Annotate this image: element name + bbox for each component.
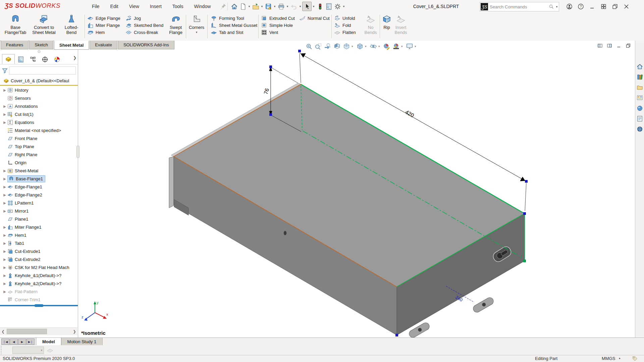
tree-item-right-plane[interactable]: Right Plane	[0, 150, 78, 159]
configurationmanager-tab[interactable]	[27, 55, 39, 64]
no-bends-button[interactable]: No Bends	[363, 14, 378, 35]
extruded-cut-button[interactable]: Extruded Cut	[261, 15, 295, 22]
tree-item-flat-pattern[interactable]: ▶Flat-Pattern	[0, 287, 78, 296]
select-dropdown[interactable]: ▾	[312, 5, 316, 8]
tree-item-miter-flange1[interactable]: ▶Miter Flange1	[0, 223, 78, 231]
miter-flange-button[interactable]: Miter Flange	[87, 22, 120, 29]
user-account-icon[interactable]	[564, 1, 574, 11]
view-palette-icon[interactable]	[636, 94, 643, 101]
displaymanager-tab[interactable]	[51, 55, 63, 64]
sheet-metal-gusset-button[interactable]: Sheet Metal Gusset	[211, 22, 257, 29]
home-button[interactable]	[230, 2, 238, 11]
tree-item-origin[interactable]: Origin	[0, 159, 78, 167]
tree-item-base-flange1[interactable]: ▶Base-Flange1	[0, 175, 78, 183]
select-tool-button[interactable]	[302, 2, 312, 11]
edit-appearance-icon[interactable]	[382, 42, 391, 50]
normal-cut-button[interactable]: Normal Cut	[299, 15, 330, 22]
custom-properties-icon[interactable]	[636, 115, 643, 122]
apply-scene-icon[interactable]	[392, 42, 400, 50]
tree-item-sheet-metal[interactable]: ▶Sheet-Metal	[0, 167, 78, 175]
options-dropdown[interactable]: ▾	[342, 5, 346, 8]
vent-button[interactable]: Vent	[261, 29, 295, 36]
open-button[interactable]	[251, 2, 260, 11]
tree-item-material[interactable]: Material <not specified>	[0, 126, 78, 134]
tree-filter-input[interactable]	[9, 66, 76, 75]
tab-sheet-metal[interactable]: Sheet Metal	[54, 41, 89, 50]
menu-tools[interactable]: Tools	[167, 0, 189, 13]
doc-minimize-icon[interactable]	[615, 42, 623, 49]
forming-tool-button[interactable]: Forming Tool	[211, 15, 257, 22]
scroll-right-icon[interactable]: ❯	[71, 329, 77, 334]
base-flange-button[interactable]: Base Flange/Tab	[3, 14, 28, 35]
zoom-fit-icon[interactable]	[305, 42, 313, 50]
menu-window[interactable]: Window	[189, 0, 216, 13]
view-orientation-dropdown[interactable]: ▾	[352, 45, 355, 48]
insert-bends-button[interactable]: Insert Bends	[393, 14, 409, 35]
convert-to-sheet-metal-button[interactable]: Convert to Sheet Metal	[30, 14, 58, 35]
hide-show-items-icon[interactable]	[369, 42, 377, 50]
graphics-viewport[interactable]: 76 420 240	[78, 41, 635, 337]
tab-solidworks-add-ins[interactable]: SOLIDWORKS Add-Ins	[118, 41, 174, 49]
save-dropdown[interactable]: ▾	[273, 5, 277, 8]
pane-split-right-icon[interactable]	[606, 42, 613, 49]
sketched-bend-button[interactable]: Sketched Bend	[125, 22, 163, 29]
tree-horizontal-scrollbar[interactable]: ❮ ❯	[0, 327, 77, 335]
window-layout-button[interactable]	[598, 1, 608, 11]
tree-item-front-plane[interactable]: Front Plane	[0, 134, 78, 142]
menu-file[interactable]: File	[87, 0, 105, 13]
front-hole[interactable]	[284, 231, 287, 235]
step-back-button[interactable]: ◀	[10, 338, 18, 345]
tree-item-cut-list[interactable]: ▶Cut list(1)	[0, 110, 78, 118]
hem-button[interactable]: Hem	[87, 29, 120, 36]
units-selector[interactable]: MMGS	[602, 356, 615, 361]
tree-item-csk-hole[interactable]: ▶CSK for M2 Flat Head Mach	[0, 263, 78, 271]
minimize-button[interactable]	[587, 1, 597, 11]
display-style-icon[interactable]	[356, 42, 364, 50]
lofted-bend-button[interactable]: Lofted-Bend	[60, 14, 83, 35]
tree-item-cut-extrude1[interactable]: ▶Cut-Extrude1	[0, 247, 78, 255]
new-document-button[interactable]	[238, 2, 247, 11]
tab-and-slot-button[interactable]: Tab and Slot	[211, 29, 257, 36]
solidworks-forum-icon[interactable]	[636, 125, 643, 133]
go-to-start-button[interactable]: ❘◀	[1, 338, 9, 345]
tree-item-hem1[interactable]: ▶Hem1	[0, 231, 78, 239]
menu-insert[interactable]: Insert	[145, 0, 167, 13]
tree-item-edge-flange1[interactable]: ▶Edge-Flange1	[0, 183, 78, 191]
model-canvas[interactable]: 76 420 240	[78, 41, 635, 337]
corners-dropdown[interactable]: ▾	[188, 30, 205, 35]
rollback-bar[interactable]	[0, 305, 78, 306]
status-tag-icon[interactable]	[632, 356, 638, 362]
new-dropdown[interactable]: ▾	[247, 5, 251, 8]
solidworks-resources-icon[interactable]	[636, 63, 643, 70]
tab-sketch[interactable]: Sketch	[29, 41, 53, 49]
view-settings-icon[interactable]	[405, 42, 414, 50]
swept-flange-button[interactable]: Swept Flange	[167, 14, 184, 35]
search-input[interactable]: Search Commands	[490, 4, 549, 9]
view-orientation-icon[interactable]	[342, 42, 351, 50]
menu-edit[interactable]: Edit	[105, 0, 124, 13]
tab-motion-study-1[interactable]: Motion Study 1	[61, 338, 103, 346]
tree-item-equations[interactable]: ▶ΣEquations	[0, 118, 78, 126]
save-button[interactable]: !	[264, 2, 273, 11]
sheet-metal-part[interactable]	[169, 83, 525, 337]
dimxpertmanager-tab[interactable]	[39, 55, 51, 64]
tree-item-sensors[interactable]: Sensors	[0, 94, 78, 102]
search-commands-box[interactable]: ƷS Search Commands ▾	[480, 2, 559, 11]
tree-item-history[interactable]: ▶History	[0, 86, 78, 94]
tree-item-tab1[interactable]: ▶Tab1	[0, 239, 78, 247]
tree-item-corner-trim1[interactable]: Corner-Trim1	[0, 296, 78, 304]
help-icon[interactable]: ?	[576, 1, 586, 11]
panel-grip[interactable]	[38, 50, 41, 53]
pane-split-left-icon[interactable]	[596, 42, 604, 49]
file-properties-button[interactable]	[324, 2, 333, 11]
appearances-scenes-icon[interactable]	[636, 104, 643, 112]
tree-item-mirror1[interactable]: ▶Mirror1	[0, 207, 78, 215]
previous-view-icon[interactable]	[323, 42, 332, 50]
zoom-area-icon[interactable]	[314, 42, 322, 50]
step-forward-button[interactable]: ▶	[18, 338, 26, 345]
restore-button[interactable]	[610, 1, 620, 11]
undo-dropdown[interactable]: ▾	[298, 5, 302, 8]
print-button[interactable]	[277, 2, 285, 11]
unfold-button[interactable]: Unfold	[334, 15, 356, 22]
scroll-left-icon[interactable]: ❮	[0, 329, 6, 334]
